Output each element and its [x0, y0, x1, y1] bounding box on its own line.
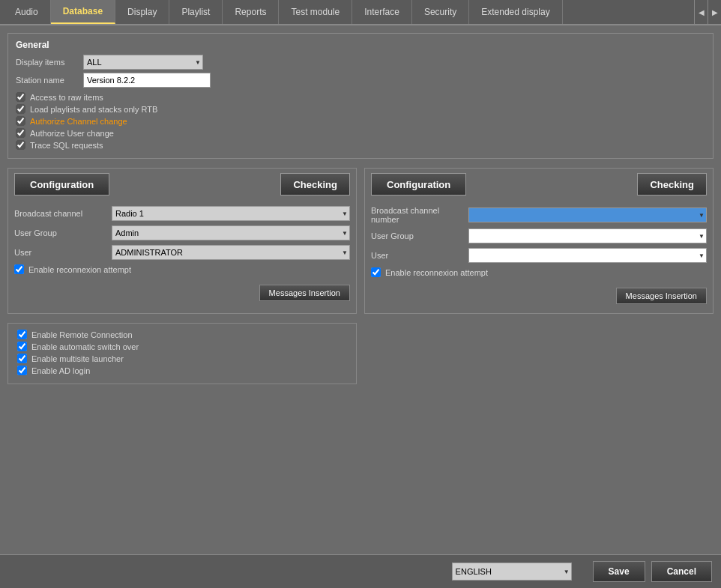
station-name-input[interactable] — [83, 73, 211, 88]
right-user-label: User — [371, 251, 468, 260]
display-items-select-wrapper: ALL — [83, 55, 203, 70]
checkbox-load-playlists: Load playlists and stacks only RTB — [16, 104, 705, 114]
checkbox-load-playlists-input[interactable] — [16, 104, 25, 114]
checking-left-button[interactable]: Checking — [280, 173, 350, 196]
right-broadcast-select[interactable] — [468, 207, 707, 222]
config-panel-right: Configuration Checking Broadcast channel… — [364, 168, 714, 314]
checkbox-raw-items-label: Access to raw items — [30, 93, 103, 102]
right-usergroup-row: User Group — [371, 228, 707, 243]
left-messages-button[interactable]: Messages Insertion — [259, 285, 350, 301]
option-remote-conn: Enable Remote Connection — [17, 330, 347, 339]
tab-bar: Audio Database Display Playlist Reports … — [0, 0, 721, 25]
option-ad-login: Enable AD login — [17, 366, 347, 375]
option-auto-switch-checkbox[interactable] — [17, 342, 27, 351]
left-broadcast-row: Broadcast channel Radio 1 — [14, 206, 350, 221]
left-broadcast-select[interactable]: Radio 1 — [112, 206, 350, 221]
right-broadcast-select-wrapper — [468, 207, 707, 222]
left-broadcast-select-wrapper: Radio 1 — [112, 206, 350, 221]
tab-security[interactable]: Security — [412, 0, 469, 24]
config-panel-right-body: Broadcast channel number User Group — [365, 200, 713, 313]
config-panel-left: Configuration Checking Broadcast channel… — [7, 168, 357, 314]
cancel-button[interactable]: Cancel — [651, 561, 712, 582]
bottom-bar: ENGLISH Save Cancel — [0, 554, 721, 588]
tab-playlist[interactable]: Playlist — [169, 0, 223, 24]
checkbox-authorize-user-input[interactable] — [16, 128, 25, 138]
right-broadcast-label: Broadcast channel number — [371, 206, 468, 224]
option-remote-conn-label: Enable Remote Connection — [31, 330, 133, 339]
option-ad-login-checkbox[interactable] — [17, 366, 27, 375]
checkbox-authorize-user-label: Authorize User change — [30, 129, 114, 138]
checkbox-trace-sql: Trace SQL requests — [16, 140, 705, 150]
option-multisite-checkbox[interactable] — [17, 354, 27, 363]
right-messages-button[interactable]: Messages Insertion — [616, 288, 707, 304]
options-panel: Enable Remote Connection Enable automati… — [7, 323, 357, 384]
left-user-select-wrapper: ADMINISTRATOR — [112, 245, 350, 260]
right-reconnect-checkbox[interactable] — [371, 267, 381, 277]
left-usergroup-row: User Group Admin — [14, 225, 350, 240]
right-user-select[interactable] — [468, 248, 707, 263]
right-reconnect-label: Enable reconnexion attempt — [385, 268, 488, 277]
right-user-row: User — [371, 248, 707, 263]
right-user-select-wrapper — [468, 248, 707, 263]
display-items-select[interactable]: ALL — [83, 55, 203, 70]
config-panel-right-header: Configuration Checking — [365, 169, 713, 200]
option-multisite-label: Enable multisite launcher — [31, 354, 124, 363]
general-checkboxes: Access to raw items Load playlists and s… — [16, 92, 705, 150]
checkbox-raw-items-input[interactable] — [16, 92, 25, 102]
station-name-label: Station name — [16, 76, 83, 85]
general-title: General — [16, 40, 705, 50]
option-multisite: Enable multisite launcher — [17, 354, 347, 363]
checkbox-authorize-channel-label: Authorize Channel change — [30, 117, 127, 126]
tab-testmodule[interactable]: Test module — [279, 0, 352, 24]
right-usergroup-label: User Group — [371, 231, 468, 240]
checkbox-raw-items: Access to raw items — [16, 92, 705, 102]
left-usergroup-select-wrapper: Admin — [112, 225, 350, 240]
left-user-row: User ADMINISTRATOR — [14, 245, 350, 260]
config-panel-left-body: Broadcast channel Radio 1 User Group Adm… — [8, 200, 356, 310]
language-select[interactable]: ENGLISH — [452, 563, 572, 581]
tab-audio[interactable]: Audio — [3, 0, 51, 24]
left-usergroup-label: User Group — [14, 228, 112, 237]
checkbox-trace-sql-label: Trace SQL requests — [30, 141, 103, 150]
right-usergroup-select[interactable] — [468, 228, 707, 243]
tab-next-button[interactable]: ▶ — [708, 0, 721, 24]
tab-reports[interactable]: Reports — [223, 0, 279, 24]
language-select-wrapper: ENGLISH — [452, 563, 572, 581]
tab-prev-button[interactable]: ◀ — [694, 0, 708, 24]
right-messages-row: Messages Insertion — [371, 282, 707, 307]
config-right-button[interactable]: Configuration — [371, 173, 466, 196]
right-broadcast-row: Broadcast channel number — [371, 206, 707, 224]
checkbox-authorize-channel: Authorize Channel change — [16, 116, 705, 126]
right-usergroup-select-wrapper — [468, 228, 707, 243]
option-auto-switch: Enable automatic switch over — [17, 342, 347, 351]
main-content: General Display items ALL Station name A… — [0, 25, 721, 392]
tab-database[interactable]: Database — [51, 0, 115, 24]
left-reconnect-checkbox[interactable] — [14, 264, 24, 274]
config-panel-left-header: Configuration Checking — [8, 169, 356, 200]
left-messages-row: Messages Insertion — [14, 279, 350, 304]
checking-right-button[interactable]: Checking — [637, 173, 707, 196]
left-reconnect-label: Enable reconnexion attempt — [28, 265, 131, 274]
right-reconnect-row: Enable reconnexion attempt — [371, 267, 707, 277]
checkbox-authorize-user: Authorize User change — [16, 128, 705, 138]
left-broadcast-label: Broadcast channel — [14, 209, 112, 218]
checkbox-trace-sql-input[interactable] — [16, 140, 25, 150]
station-name-row: Station name — [16, 73, 705, 88]
option-ad-login-label: Enable AD login — [31, 366, 90, 375]
tab-display[interactable]: Display — [115, 0, 169, 24]
display-items-row: Display items ALL — [16, 55, 705, 70]
left-user-select[interactable]: ADMINISTRATOR — [112, 245, 350, 260]
general-section: General Display items ALL Station name A… — [7, 33, 714, 159]
tab-extendeddisplay[interactable]: Extended display — [469, 0, 562, 24]
left-user-label: User — [14, 248, 112, 257]
left-usergroup-select[interactable]: Admin — [112, 225, 350, 240]
left-reconnect-row: Enable reconnexion attempt — [14, 264, 350, 274]
save-button[interactable]: Save — [593, 561, 645, 582]
checkbox-load-playlists-label: Load playlists and stacks only RTB — [30, 105, 157, 114]
tab-interface[interactable]: Interface — [352, 0, 412, 24]
checkbox-authorize-channel-input[interactable] — [16, 116, 25, 126]
option-remote-conn-checkbox[interactable] — [17, 330, 27, 339]
config-panels: Configuration Checking Broadcast channel… — [7, 168, 714, 314]
display-items-label: Display items — [16, 58, 83, 67]
config-left-button[interactable]: Configuration — [14, 173, 109, 196]
